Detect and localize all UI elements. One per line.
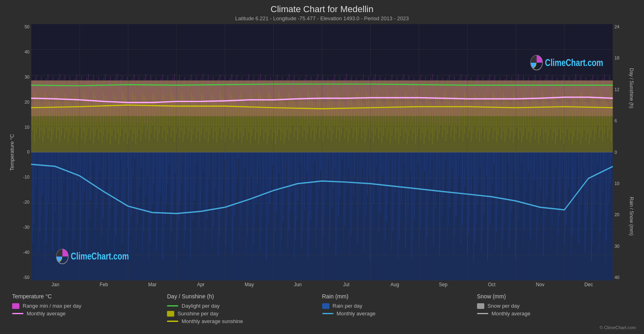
legend-line <box>477 313 488 314</box>
y-tick-left: 10 <box>17 125 30 130</box>
legend-item: Sunshine per day <box>167 311 322 317</box>
y-axis-right-bottom-label: Rain / Snow (mm) <box>629 152 634 281</box>
legend-col-title: Snow (mm) <box>477 293 632 300</box>
page-wrapper: Climate Chart for Medellin Latitude 6.22… <box>0 0 644 334</box>
legend-col-title: Temperature °C <box>12 293 167 300</box>
x-tick: Mar <box>128 282 177 287</box>
legend-swatch <box>12 303 19 309</box>
legend-line <box>12 313 23 314</box>
legend-item: Snow per day <box>477 303 632 309</box>
legend-area: Temperature °CRange min / max per dayMon… <box>8 293 636 324</box>
legend-line <box>167 305 178 306</box>
y-tick-left: -50 <box>17 275 30 280</box>
legend-item: Monthly average sunshine <box>167 318 322 324</box>
y-axis-right-top-label: Day / Sunshine (h) <box>629 24 634 152</box>
legend-item-label: Rain per day <box>333 303 363 309</box>
y-tick-right: 40 <box>614 275 627 280</box>
legend-item-label: Range min / max per day <box>23 303 81 309</box>
chart-subtitle: Latitude 6.221 - Longitude -75.477 - Ele… <box>8 15 636 21</box>
legend-item-label: Snow per day <box>488 303 520 309</box>
y-axis-left-ticks: 50403020100-10-20-30-40-50 <box>17 24 31 281</box>
watermark: © ClimeChart.com <box>8 325 636 330</box>
y-tick-left: -40 <box>17 250 30 255</box>
x-tick: Jul <box>322 282 371 287</box>
x-tick: Aug <box>370 282 419 287</box>
y-tick-left: 40 <box>17 50 30 54</box>
legend-swatch <box>322 303 329 309</box>
x-tick: Dec <box>564 282 613 287</box>
x-tick: Apr <box>177 282 225 287</box>
svg-text:ClimeChart.com: ClimeChart.com <box>71 251 129 261</box>
y-tick-right: 12 <box>614 87 627 92</box>
y-tick-right: 30 <box>614 244 627 249</box>
legend-swatch <box>167 311 174 317</box>
y-tick-left: 0 <box>17 150 30 154</box>
y-tick-left: 50 <box>17 25 30 29</box>
y-tick-right: 20 <box>614 213 627 217</box>
legend-col-title: Day / Sunshine (h) <box>167 293 322 300</box>
legend-col: Temperature °CRange min / max per dayMon… <box>12 293 167 324</box>
x-tick: Jun <box>274 282 322 287</box>
y-tick-left: -20 <box>17 200 30 204</box>
legend-item-label: Monthly average sunshine <box>182 318 243 324</box>
legend-item-label: Daylight per day <box>182 303 220 309</box>
legend-item: Monthly average <box>477 311 632 317</box>
x-tick: May <box>225 282 274 287</box>
legend-swatch <box>477 303 484 309</box>
y-tick-left: -10 <box>17 175 30 179</box>
legend-line <box>322 313 334 314</box>
y-tick-right: 6 <box>614 119 627 123</box>
y-tick-right: 24 <box>614 25 627 29</box>
legend-item-label: Monthly average <box>337 311 376 317</box>
legend-item-label: Sunshine per day <box>177 311 218 317</box>
y-axis-right-wrapper: 2418126010203040 Day / Sunshine (h) Rain… <box>613 24 636 281</box>
x-tick: Jan <box>31 282 80 287</box>
y-axis-right-ticks: 2418126010203040 <box>613 24 627 281</box>
legend-item: Range min / max per day <box>12 303 167 309</box>
x-axis: JanFebMarAprMayJunJulAugSepOctNovDec <box>31 281 613 290</box>
legend-item: Monthly average <box>322 311 477 317</box>
chart-area: Temperature °C 50403020100-10-20-30-40-5… <box>8 24 636 281</box>
y-tick-right: 0 <box>614 150 627 155</box>
x-tick: Sep <box>419 282 467 287</box>
legend-col: Day / Sunshine (h)Daylight per daySunshi… <box>167 293 322 324</box>
legend-col-title: Rain (mm) <box>322 293 477 300</box>
y-axis-right-labels: Day / Sunshine (h) Rain / Snow (mm) <box>627 24 636 281</box>
legend-item: Monthly average <box>12 311 167 317</box>
y-tick-right: 10 <box>614 181 627 186</box>
y-tick-right: 18 <box>614 56 627 60</box>
legend-item-label: Monthly average <box>27 311 65 317</box>
legend-col: Snow (mm)Snow per dayMonthly average <box>477 293 632 324</box>
y-tick-left: -30 <box>17 225 30 230</box>
x-tick: Feb <box>80 282 128 287</box>
x-tick: Oct <box>467 282 516 287</box>
y-tick-left: 30 <box>17 75 30 79</box>
legend-item: Rain per day <box>322 303 477 309</box>
svg-text:ClimeChart.com: ClimeChart.com <box>545 57 603 68</box>
chart-title: Climate Chart for Medellin <box>8 4 636 15</box>
y-axis-left-label: Temperature °C <box>8 24 17 281</box>
legend-item-label: Monthly average <box>492 311 530 317</box>
legend-line <box>167 321 178 322</box>
x-tick: Nov <box>516 282 564 287</box>
legend-col: Rain (mm)Rain per dayMonthly average <box>322 293 477 324</box>
chart-main: ClimeChart.com ClimeChart.com <box>31 24 613 281</box>
y-tick-left: 20 <box>17 100 30 104</box>
legend-item: Daylight per day <box>167 303 322 309</box>
